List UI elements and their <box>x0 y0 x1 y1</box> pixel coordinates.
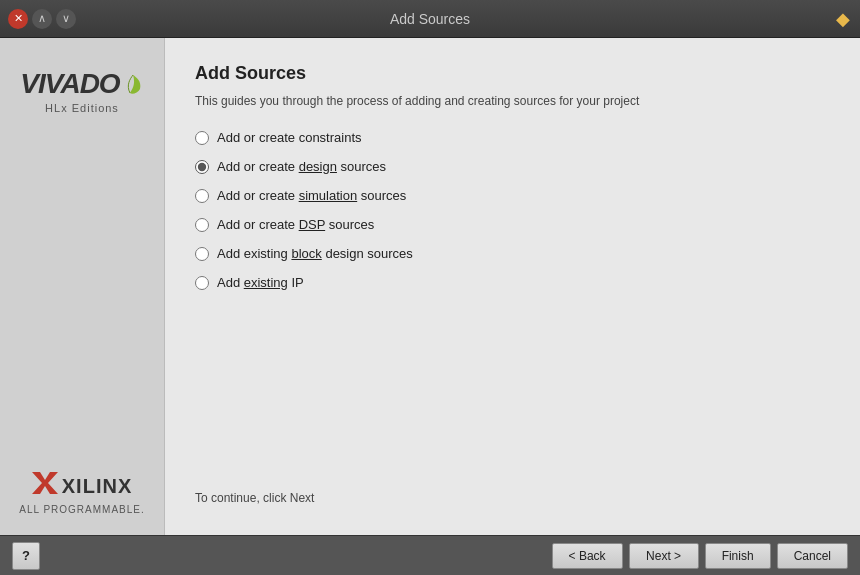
next-button[interactable]: Next > <box>629 543 699 569</box>
window-title: Add Sources <box>390 11 470 27</box>
radio-label-6[interactable]: Add existing IP <box>217 275 304 290</box>
vivado-leaf-icon <box>122 71 144 97</box>
radio-item-1[interactable]: Add or create constraints <box>195 130 830 145</box>
radio-label-2[interactable]: Add or create design sources <box>217 159 386 174</box>
sidebar-bottom: XILINX ALL PROGRAMMABLE. <box>19 472 145 515</box>
help-icon: ? <box>22 548 30 563</box>
footer-right: < Back Next > Finish Cancel <box>552 543 848 569</box>
cancel-label: Cancel <box>794 549 831 563</box>
radio-input-5[interactable] <box>195 247 209 261</box>
xilinx-brand: XILINX <box>32 472 132 500</box>
vivado-text: VIVADO <box>20 68 119 100</box>
back-label: < Back <box>569 549 606 563</box>
finish-button[interactable]: Finish <box>705 543 771 569</box>
footer-bar: ? < Back Next > Finish Cancel <box>0 535 860 575</box>
corner-logo: ◆ <box>836 8 850 30</box>
corner-icon: ◆ <box>836 9 850 29</box>
radio-input-6[interactable] <box>195 276 209 290</box>
maximize-icon: ∨ <box>62 12 70 25</box>
source-options-group: Add or create constraintsAdd or create d… <box>195 130 830 290</box>
content-title: Add Sources <box>195 63 830 84</box>
radio-item-3[interactable]: Add or create simulation sources <box>195 188 830 203</box>
bottom-hint: To continue, click Next <box>195 491 830 510</box>
radio-label-5[interactable]: Add existing block design sources <box>217 246 413 261</box>
footer-left: ? <box>12 542 40 570</box>
maximize-button[interactable]: ∨ <box>56 9 76 29</box>
minimize-button[interactable]: ∧ <box>32 9 52 29</box>
radio-input-3[interactable] <box>195 189 209 203</box>
sidebar: VIVADO HLx Editions XILINX <box>0 38 165 535</box>
help-button[interactable]: ? <box>12 542 40 570</box>
xilinx-name: XILINX <box>62 475 132 498</box>
next-label: Next > <box>646 549 681 563</box>
radio-item-5[interactable]: Add existing block design sources <box>195 246 830 261</box>
title-bar: ✕ ∧ ∨ Add Sources ◆ <box>0 0 860 38</box>
cancel-button[interactable]: Cancel <box>777 543 848 569</box>
radio-label-1[interactable]: Add or create constraints <box>217 130 362 145</box>
content-description: This guides you through the process of a… <box>195 94 830 108</box>
vivado-logo: VIVADO HLx Editions <box>20 68 143 114</box>
radio-item-2[interactable]: Add or create design sources <box>195 159 830 174</box>
radio-item-6[interactable]: Add existing IP <box>195 275 830 290</box>
radio-label-4[interactable]: Add or create DSP sources <box>217 217 374 232</box>
radio-label-3[interactable]: Add or create simulation sources <box>217 188 406 203</box>
main-container: VIVADO HLx Editions XILINX <box>0 38 860 535</box>
vivado-subtitle: HLx Editions <box>45 102 119 114</box>
radio-input-2[interactable] <box>195 160 209 174</box>
close-button[interactable]: ✕ <box>8 9 28 29</box>
finish-label: Finish <box>722 549 754 563</box>
window-controls: ✕ ∧ ∨ <box>8 9 76 29</box>
vivado-brand-name: VIVADO <box>20 68 143 100</box>
radio-item-4[interactable]: Add or create DSP sources <box>195 217 830 232</box>
xilinx-icon <box>32 472 58 500</box>
close-icon: ✕ <box>14 12 23 25</box>
radio-input-4[interactable] <box>195 218 209 232</box>
radio-input-1[interactable] <box>195 131 209 145</box>
svg-marker-0 <box>32 472 58 494</box>
xilinx-tagline: ALL PROGRAMMABLE. <box>19 504 145 515</box>
content-panel: Add Sources This guides you through the … <box>165 38 860 535</box>
minimize-icon: ∧ <box>38 12 46 25</box>
back-button[interactable]: < Back <box>552 543 623 569</box>
